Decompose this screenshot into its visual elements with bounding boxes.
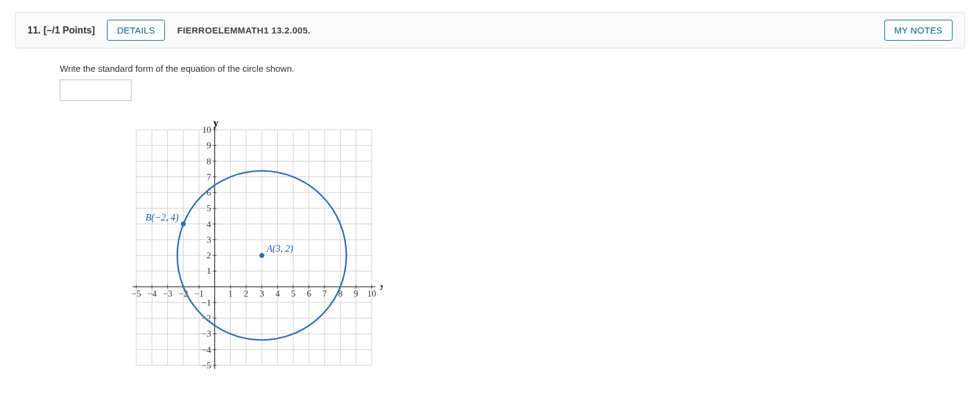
svg-text:4: 4 (207, 219, 212, 229)
svg-text:3: 3 (259, 289, 264, 298)
details-button[interactable]: DETAILS (107, 20, 166, 41)
svg-text:−3: −3 (201, 329, 211, 338)
svg-text:3: 3 (207, 235, 212, 245)
svg-text:−1: −1 (201, 298, 211, 307)
svg-text:B(−2, 4): B(−2, 4) (146, 212, 179, 223)
q-number-text: 11. (27, 25, 41, 35)
svg-text:7: 7 (207, 172, 212, 182)
svg-text:A(3, 2): A(3, 2) (266, 243, 293, 254)
question-header: 11. [–/1 Points] DETAILS FIERROELEMMATH1… (15, 12, 965, 48)
svg-text:5: 5 (207, 203, 212, 213)
svg-point-99 (181, 222, 186, 227)
svg-text:2: 2 (244, 289, 249, 298)
svg-text:−4: −4 (201, 345, 211, 355)
svg-text:1: 1 (207, 266, 212, 276)
svg-text:10: 10 (202, 125, 211, 135)
svg-text:7: 7 (322, 289, 327, 298)
graph-container: −5−4−3−2−112345678910−5−4−3−2−1123456789… (125, 119, 920, 378)
svg-text:9: 9 (354, 289, 359, 298)
question-content: Write the standard form of the equation … (15, 48, 965, 378)
svg-text:4: 4 (275, 289, 280, 298)
svg-text:−4: −4 (147, 289, 157, 298)
q-points-text: [–/1 Points] (44, 25, 95, 35)
svg-text:−5: −5 (201, 361, 211, 370)
svg-text:2: 2 (207, 251, 212, 260)
svg-text:y: y (213, 119, 219, 129)
my-notes-button[interactable]: MY NOTES (884, 20, 953, 41)
question-source: FIERROELEMMATH1 13.2.005. (177, 25, 310, 35)
svg-text:10: 10 (368, 289, 376, 298)
svg-text:−1: −1 (194, 289, 204, 298)
svg-text:5: 5 (291, 289, 296, 298)
svg-text:8: 8 (207, 157, 212, 166)
svg-text:−3: −3 (163, 289, 173, 298)
svg-text:9: 9 (207, 141, 212, 150)
svg-text:6: 6 (307, 289, 311, 298)
header-left: 11. [–/1 Points] DETAILS FIERROELEMMATH1… (27, 20, 311, 41)
answer-input[interactable] (60, 80, 131, 101)
question-prompt: Write the standard form of the equation … (60, 63, 920, 74)
svg-text:1: 1 (228, 289, 233, 298)
question-number: 11. [–/1 Points] (27, 25, 95, 36)
svg-text:x: x (380, 281, 382, 292)
svg-text:−5: −5 (131, 289, 141, 298)
svg-point-97 (259, 253, 264, 258)
circle-graph: −5−4−3−2−112345678910−5−4−3−2−1123456789… (125, 119, 382, 376)
